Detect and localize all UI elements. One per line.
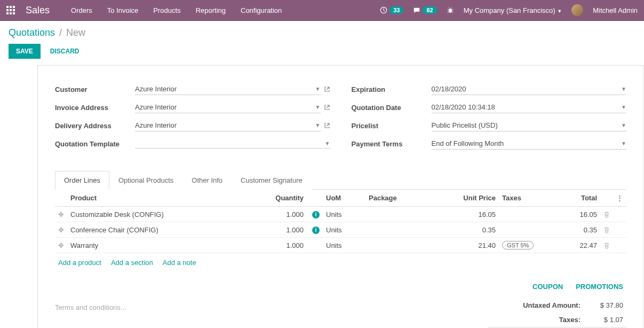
totals-panel: Untaxed Amount: $ 37.80 Taxes: $ 1.07 To…	[488, 298, 626, 328]
payment-terms-field[interactable]: End of Following Month▼	[432, 138, 627, 150]
col-taxes[interactable]: Taxes	[499, 190, 552, 207]
company-switcher[interactable]: My Company (San Francisco) ▼	[464, 6, 562, 14]
cell-info[interactable]: i	[307, 207, 323, 222]
cell-package[interactable]	[365, 238, 451, 253]
save-button[interactable]: SAVE	[9, 44, 41, 59]
untaxed-amount-label: Untaxed Amount:	[491, 301, 581, 309]
caret-down-icon: ▼	[315, 86, 321, 92]
cell-total: 16.05	[552, 207, 600, 222]
discard-button[interactable]: DISCARD	[50, 48, 79, 55]
cell-product[interactable]: Warranty	[67, 238, 259, 253]
add-note-link[interactable]: Add a note	[163, 259, 196, 267]
cell-unit-price[interactable]: 21.40	[451, 238, 499, 253]
top-navbar: Sales Orders To Invoice Products Reporti…	[0, 0, 644, 20]
promotions-link[interactable]: PROMOTIONS	[576, 283, 623, 291]
table-row[interactable]: ✥Conference Chair (CONFIG)1.000iUnits0.3…	[55, 222, 626, 238]
coupon-link[interactable]: COUPON	[532, 283, 563, 291]
menu-reporting[interactable]: Reporting	[196, 6, 226, 14]
add-product-link[interactable]: Add a product	[58, 259, 101, 267]
cell-uom[interactable]: Units	[323, 238, 365, 253]
taxes-value: $ 1.07	[581, 316, 623, 324]
tab-optional-products[interactable]: Optional Products	[109, 171, 182, 190]
cell-unit-price[interactable]: 0.35	[451, 222, 499, 238]
cell-uom[interactable]: Units	[323, 207, 365, 222]
info-icon[interactable]: i	[312, 211, 320, 218]
menu-products[interactable]: Products	[153, 6, 180, 14]
cell-package[interactable]	[365, 207, 451, 222]
cell-unit-price[interactable]: 16.05	[451, 207, 499, 222]
cell-taxes[interactable]	[499, 222, 552, 238]
tab-customer-signature[interactable]: Customer Signature	[232, 171, 312, 190]
drag-handle-icon[interactable]: ✥	[55, 207, 67, 222]
quotation-template-field[interactable]: ▼	[135, 139, 330, 149]
breadcrumb-root[interactable]: Quotations	[9, 27, 55, 38]
chat-icon	[413, 6, 420, 14]
quotation-date-field[interactable]: 02/18/2020 10:34:18▼	[432, 101, 627, 113]
external-link-icon[interactable]	[324, 86, 330, 92]
taxes-label: Taxes:	[491, 316, 581, 324]
menu-to-invoice[interactable]: To Invoice	[107, 6, 139, 14]
cell-taxes[interactable]	[499, 207, 552, 222]
col-package[interactable]: Package	[365, 190, 451, 207]
quotation-date-label: Quotation Date	[352, 104, 432, 112]
columns-menu-icon[interactable]: ⋮	[613, 190, 626, 207]
delivery-address-field[interactable]: Azure Interior▼	[135, 120, 321, 131]
customer-field[interactable]: Azure Interior▼	[135, 83, 321, 95]
tab-other-info[interactable]: Other Info	[182, 171, 232, 190]
expiration-field[interactable]: 02/18/2020▼	[432, 83, 627, 95]
cell-quantity[interactable]: 1.000	[259, 238, 307, 253]
terms-conditions-field[interactable]: Terms and conditions...	[55, 298, 466, 328]
info-icon[interactable]: i	[312, 227, 320, 234]
table-row[interactable]: ✥Customizable Desk (CONFIG)1.000iUnits16…	[55, 207, 626, 222]
add-links: Add a product Add a section Add a note	[55, 253, 626, 272]
apps-icon[interactable]	[6, 6, 15, 14]
delete-row-icon[interactable]	[600, 238, 613, 253]
col-total[interactable]: Total	[552, 190, 600, 207]
caret-down-icon: ▼	[315, 122, 321, 128]
external-link-icon[interactable]	[324, 104, 330, 111]
cell-uom[interactable]: Units	[323, 222, 365, 238]
cell-info[interactable]: i	[307, 222, 323, 238]
cell-quantity[interactable]: 1.000	[259, 207, 307, 222]
drag-handle-icon[interactable]: ✥	[55, 238, 67, 253]
breadcrumb-current: New	[66, 27, 85, 38]
col-unit-price[interactable]: Unit Price	[451, 190, 499, 207]
table-row[interactable]: ✥Warranty1.000Units21.40GST 5%22.47	[55, 238, 626, 253]
caret-down-icon: ▼	[621, 140, 626, 146]
external-link-icon[interactable]	[324, 122, 330, 129]
cell-product[interactable]: Customizable Desk (CONFIG)	[67, 207, 259, 222]
breadcrumb-separator: /	[59, 27, 62, 38]
activity-indicator[interactable]: 33	[380, 6, 403, 14]
untaxed-amount-value: $ 37.80	[581, 301, 623, 309]
promotion-links: COUPON PROMOTIONS	[55, 272, 626, 295]
form-sheet: Customer Azure Interior▼ Invoice Address…	[37, 65, 644, 328]
cell-taxes[interactable]: GST 5%	[499, 238, 552, 253]
add-section-link[interactable]: Add a section	[111, 259, 153, 267]
cell-total: 22.47	[552, 238, 600, 253]
menu-configuration[interactable]: Configuration	[241, 6, 282, 14]
tax-badge[interactable]: GST 5%	[502, 241, 534, 249]
bug-icon[interactable]	[447, 6, 454, 14]
user-avatar[interactable]	[571, 4, 583, 16]
cell-package[interactable]	[365, 222, 451, 238]
user-menu[interactable]: Mitchell Admin	[593, 6, 638, 14]
pricelist-field[interactable]: Public Pricelist (USD)▼	[432, 120, 627, 131]
cell-info[interactable]	[307, 238, 323, 253]
menu-orders[interactable]: Orders	[71, 6, 92, 14]
col-uom[interactable]: UoM	[323, 190, 365, 207]
app-brand[interactable]: Sales	[26, 5, 50, 16]
caret-down-icon: ▼	[621, 86, 626, 92]
invoice-address-field[interactable]: Azure Interior▼	[135, 101, 321, 113]
expiration-label: Expiration	[352, 85, 432, 93]
delete-row-icon[interactable]	[600, 222, 613, 238]
drag-handle-icon[interactable]: ✥	[55, 222, 67, 238]
cell-quantity[interactable]: 1.000	[259, 222, 307, 238]
tab-order-lines[interactable]: Order Lines	[55, 171, 109, 190]
quotation-template-label: Quotation Template	[55, 140, 135, 148]
cell-product[interactable]: Conference Chair (CONFIG)	[67, 222, 259, 238]
caret-down-icon: ▼	[621, 122, 626, 128]
col-product[interactable]: Product	[67, 190, 259, 207]
delete-row-icon[interactable]	[600, 207, 613, 222]
messages-indicator[interactable]: 82	[413, 6, 436, 14]
col-quantity[interactable]: Quantity	[259, 190, 307, 207]
